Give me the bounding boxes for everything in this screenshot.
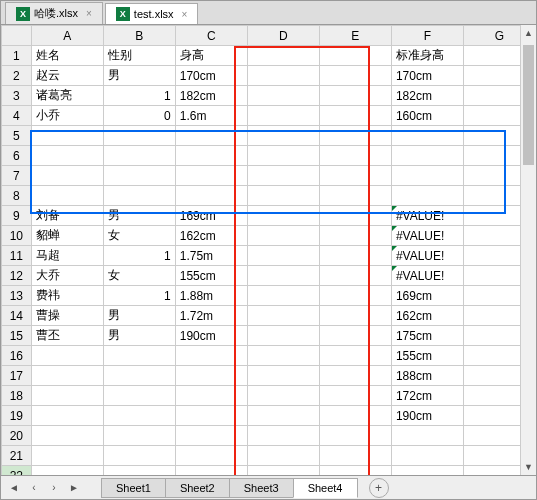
cell[interactable]	[103, 166, 175, 186]
cell[interactable]: 男	[103, 206, 175, 226]
cell[interactable]: 169cm	[175, 206, 247, 226]
vertical-scrollbar[interactable]: ▲ ▼	[520, 25, 536, 475]
cell[interactable]	[319, 406, 391, 426]
row-header[interactable]: 18	[2, 386, 32, 406]
scroll-down-arrow[interactable]: ▼	[521, 459, 536, 475]
scroll-up-arrow[interactable]: ▲	[521, 25, 536, 41]
cell[interactable]: 马超	[31, 246, 103, 266]
cell[interactable]	[247, 366, 319, 386]
row-header[interactable]: 20	[2, 426, 32, 446]
add-sheet-button[interactable]: +	[369, 478, 389, 498]
cell[interactable]	[319, 266, 391, 286]
cell[interactable]	[247, 266, 319, 286]
row-header[interactable]: 7	[2, 166, 32, 186]
cell[interactable]: 小乔	[31, 106, 103, 126]
cell[interactable]	[247, 306, 319, 326]
cell[interactable]: 姓名	[31, 46, 103, 66]
column-header[interactable]: E	[319, 26, 391, 46]
cell[interactable]: 182cm	[391, 86, 463, 106]
cell[interactable]: #VALUE!	[391, 266, 463, 286]
scroll-thumb[interactable]	[523, 45, 534, 165]
cell[interactable]	[247, 206, 319, 226]
cell[interactable]	[31, 346, 103, 366]
cell[interactable]: 身高	[175, 46, 247, 66]
cell[interactable]	[247, 326, 319, 346]
cell[interactable]	[319, 66, 391, 86]
cell[interactable]: 169cm	[391, 286, 463, 306]
cell[interactable]	[103, 406, 175, 426]
close-icon[interactable]: ×	[86, 8, 92, 19]
cell[interactable]: 182cm	[175, 86, 247, 106]
cell[interactable]	[103, 346, 175, 366]
cell[interactable]	[31, 446, 103, 466]
cell[interactable]	[319, 286, 391, 306]
cell[interactable]	[319, 186, 391, 206]
cell[interactable]	[31, 166, 103, 186]
cell[interactable]: 男	[103, 306, 175, 326]
row-header[interactable]: 14	[2, 306, 32, 326]
cell[interactable]	[247, 386, 319, 406]
sheet-nav-next[interactable]: ›	[45, 479, 63, 497]
sheet-nav-prev[interactable]: ‹	[25, 479, 43, 497]
file-tab[interactable]: Xtest.xlsx×	[105, 3, 199, 24]
cell[interactable]	[103, 426, 175, 446]
cell[interactable]: 1.88m	[175, 286, 247, 306]
select-all-cell[interactable]	[2, 26, 32, 46]
cell[interactable]: 费祎	[31, 286, 103, 306]
cell[interactable]	[31, 186, 103, 206]
cell[interactable]	[247, 86, 319, 106]
cell[interactable]: 曹丕	[31, 326, 103, 346]
cell[interactable]	[103, 146, 175, 166]
sheet-nav-last[interactable]: ►	[65, 479, 83, 497]
cell[interactable]: 标准身高	[391, 46, 463, 66]
cell[interactable]: 大乔	[31, 266, 103, 286]
cell[interactable]	[31, 406, 103, 426]
cell[interactable]: 刘备	[31, 206, 103, 226]
cell[interactable]	[31, 366, 103, 386]
cell[interactable]: 男	[103, 66, 175, 86]
cell[interactable]	[247, 406, 319, 426]
row-header[interactable]: 8	[2, 186, 32, 206]
cell[interactable]: 155cm	[175, 266, 247, 286]
cell[interactable]	[319, 46, 391, 66]
cell[interactable]: 1.75m	[175, 246, 247, 266]
cell[interactable]: 170cm	[391, 66, 463, 86]
cell[interactable]: 162cm	[175, 226, 247, 246]
cell[interactable]: 170cm	[175, 66, 247, 86]
cell[interactable]	[319, 366, 391, 386]
cell[interactable]	[319, 446, 391, 466]
cell[interactable]	[175, 406, 247, 426]
cell[interactable]	[247, 126, 319, 146]
cell[interactable]	[247, 146, 319, 166]
cell[interactable]	[247, 446, 319, 466]
cell[interactable]: 175cm	[391, 326, 463, 346]
cell[interactable]	[175, 386, 247, 406]
cell[interactable]	[319, 306, 391, 326]
cell[interactable]	[247, 66, 319, 86]
cell[interactable]	[247, 346, 319, 366]
cell[interactable]	[319, 326, 391, 346]
cell[interactable]: 曹操	[31, 306, 103, 326]
cell[interactable]: 1	[103, 246, 175, 266]
sheet-tab[interactable]: Sheet3	[229, 478, 294, 498]
cell[interactable]	[31, 126, 103, 146]
cell[interactable]	[103, 386, 175, 406]
cell[interactable]: 诸葛亮	[31, 86, 103, 106]
cell[interactable]	[319, 426, 391, 446]
row-header[interactable]: 2	[2, 66, 32, 86]
cell[interactable]: 赵云	[31, 66, 103, 86]
cell[interactable]: 160cm	[391, 106, 463, 126]
cell[interactable]	[319, 386, 391, 406]
row-header[interactable]: 1	[2, 46, 32, 66]
cell[interactable]: #VALUE!	[391, 226, 463, 246]
cell[interactable]	[247, 106, 319, 126]
cell[interactable]: 172cm	[391, 386, 463, 406]
cell[interactable]	[319, 246, 391, 266]
cell[interactable]	[103, 126, 175, 146]
cell[interactable]	[319, 146, 391, 166]
row-header[interactable]: 17	[2, 366, 32, 386]
cell[interactable]	[319, 86, 391, 106]
cell[interactable]: 190cm	[175, 326, 247, 346]
row-header[interactable]: 12	[2, 266, 32, 286]
cell[interactable]: #VALUE!	[391, 206, 463, 226]
